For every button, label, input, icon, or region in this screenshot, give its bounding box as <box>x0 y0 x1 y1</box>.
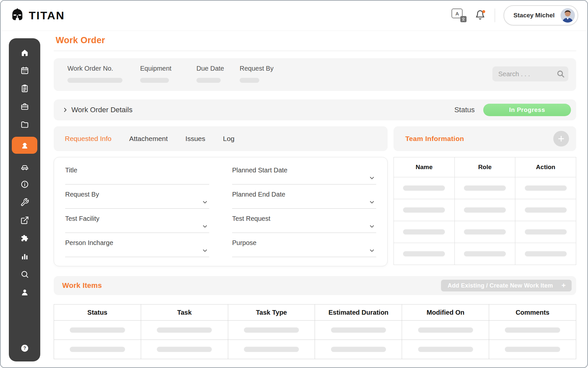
external-link-icon <box>20 216 29 225</box>
notifications-bell-icon[interactable] <box>475 10 486 21</box>
field-title[interactable]: Title <box>65 166 209 184</box>
value-placeholder <box>418 347 473 352</box>
cell-comments <box>489 340 576 359</box>
field-label: Purpose <box>232 239 257 247</box>
sidebar-item-help[interactable]: ? <box>19 342 30 354</box>
add-work-item-button[interactable]: Add Existing / Create New Work Item + <box>441 280 572 291</box>
sidebar-item-work[interactable] <box>19 101 30 112</box>
field-label: Equipment <box>140 65 196 72</box>
sidebar-item-integrations[interactable] <box>19 233 30 244</box>
column-header-modified-on: Modified On <box>402 305 489 321</box>
work-items-bar: Work Items Add Existing / Create New Wor… <box>54 276 576 295</box>
column-header-name: Name <box>394 157 455 177</box>
value-placeholder <box>403 207 445 213</box>
cell-role <box>454 177 515 199</box>
main-content: Work Order Work Order No. Equipment Due … <box>54 30 576 359</box>
help-icon: ? <box>20 344 29 353</box>
sidebar-item-profile[interactable] <box>19 287 30 298</box>
sidebar-item-search[interactable] <box>19 269 30 280</box>
field-purpose[interactable]: Purpose <box>232 238 376 257</box>
field-planned-end-date[interactable]: Planned End Date <box>232 190 376 209</box>
column-header-status: Status <box>54 305 141 321</box>
column-header-comments: Comments <box>489 305 576 321</box>
value-placeholder <box>331 347 386 352</box>
car-icon <box>20 162 29 171</box>
plus-icon <box>558 135 565 142</box>
cell-name <box>394 199 455 221</box>
field-label: Request By <box>240 65 285 72</box>
brand-logo: TITAN <box>10 8 65 23</box>
table-row <box>54 340 576 359</box>
field-person-incharge[interactable]: Person Incharge <box>65 238 209 257</box>
sidebar-item-projects[interactable] <box>19 119 30 130</box>
top-bar-actions: A Stacey Michel <box>451 5 578 26</box>
cell-task <box>141 340 228 359</box>
cell-name <box>394 177 455 199</box>
value-placeholder <box>157 347 212 352</box>
table-row <box>394 199 576 221</box>
cell-role <box>454 221 515 243</box>
value-placeholder <box>403 229 445 235</box>
value-placeholder <box>505 327 560 333</box>
field-label: Work Order No. <box>67 65 140 72</box>
cell-estimated-duration <box>315 340 402 359</box>
sidebar-item-maintenance[interactable] <box>19 197 30 208</box>
briefcase-icon <box>20 102 29 111</box>
value-placeholder <box>140 78 169 83</box>
column-header-task: Task <box>141 305 228 321</box>
field-test-facility[interactable]: Test Facility <box>65 214 209 233</box>
svg-text:?: ? <box>23 345 26 351</box>
header-divider <box>495 9 495 22</box>
field-test-request[interactable]: Test Request <box>232 214 376 233</box>
user-menu[interactable]: Stacey Michel <box>504 5 578 26</box>
home-icon <box>20 48 29 57</box>
language-translate-button[interactable]: A <box>451 9 467 22</box>
wrench-icon <box>20 198 29 207</box>
tab-attachement[interactable]: Attachement <box>129 135 168 143</box>
value-placeholder <box>464 229 506 235</box>
table-row <box>394 243 576 265</box>
sidebar-item-workforce-active[interactable] <box>12 137 37 154</box>
field-label: Title <box>65 166 77 174</box>
titan-helmet-icon <box>10 8 25 23</box>
puzzle-icon <box>20 234 29 243</box>
tab-requested-info[interactable]: Requested Info <box>65 135 111 143</box>
requested-info-form: Title Planned Start Date Request By Plan… <box>54 157 388 266</box>
work-order-details-bar[interactable]: Work Order Details Status In Progress <box>54 99 576 120</box>
value-placeholder <box>505 347 560 352</box>
cell-role <box>454 199 515 221</box>
avatar <box>560 8 575 23</box>
user-name: Stacey Michel <box>513 12 555 19</box>
cell-name <box>394 243 455 265</box>
value-placeholder <box>418 327 473 333</box>
chevron-down-icon <box>368 174 376 182</box>
work-items-title: Work Items <box>62 281 102 290</box>
chevron-down-icon <box>368 223 376 230</box>
field-planned-start-date[interactable]: Planned Start Date <box>232 166 376 184</box>
chevron-down-icon <box>201 247 209 254</box>
sidebar-item-info[interactable] <box>19 179 30 190</box>
app-window: TITAN A Stace <box>0 0 588 368</box>
tab-log[interactable]: Log <box>223 135 234 143</box>
tab-issues[interactable]: Issues <box>185 135 205 143</box>
table-row <box>394 177 576 199</box>
field-request-by[interactable]: Request By <box>65 190 209 209</box>
cell-action <box>515 243 576 265</box>
value-placeholder <box>70 347 125 352</box>
search-icon[interactable] <box>556 70 565 79</box>
clipboard-icon <box>20 84 29 93</box>
team-information-table: Name Role Action <box>394 157 576 265</box>
sidebar-item-calendar[interactable] <box>19 65 30 76</box>
sidebar-item-home[interactable] <box>19 47 30 58</box>
cell-status <box>54 340 141 359</box>
chevron-right-icon[interactable] <box>62 107 68 113</box>
content-row: Title Planned Start Date Request By Plan… <box>54 157 576 266</box>
sidebar-item-reports[interactable] <box>19 251 30 262</box>
cell-estimated-duration <box>315 321 402 340</box>
sidebar-item-vehicles[interactable] <box>19 161 30 172</box>
cell-action <box>515 221 576 243</box>
sidebar-item-tasks[interactable] <box>19 83 30 94</box>
add-team-member-button[interactable] <box>553 131 569 147</box>
sidebar-item-export[interactable] <box>19 215 30 226</box>
work-order-summary-bar: Work Order No. Equipment Due Date Reques… <box>54 58 576 91</box>
